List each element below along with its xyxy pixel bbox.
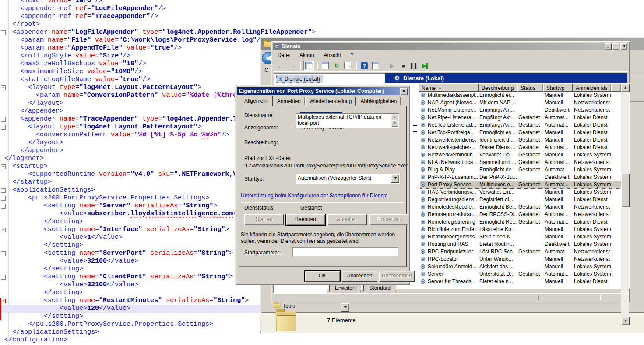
service-row[interactable]: ServerUnterstützt D...GestartetAutomat..…	[420, 270, 621, 278]
stop-button[interactable]: Beenden	[286, 214, 325, 225]
show-console-tree-button window-tree-icon[interactable]	[303, 61, 314, 71]
pause-service-button pause-icon[interactable]: ▌▌	[410, 61, 419, 70]
restart-service-button run-icon[interactable]: ▶▌	[421, 61, 431, 70]
stop-service-button stop-icon[interactable]: ■	[398, 61, 408, 70]
column-header-beschreibung[interactable]: Beschreibung	[479, 84, 517, 92]
scroll-up-button chevron-up-icon[interactable]: ▲	[621, 84, 630, 92]
cell-starttype: Manuell	[545, 152, 573, 158]
service-row[interactable]: NAP-Agent (Netwo...Mit dem NAP-...Manuel…	[420, 99, 621, 107]
new-window-button window-icon[interactable]	[371, 61, 380, 70]
fold-toggle-icon[interactable]: −	[1, 30, 6, 35]
fold-toggle-icon[interactable]: −	[1, 275, 6, 280]
service-row[interactable]: Routing und RASBietet Routin...Deaktivie…	[420, 241, 621, 248]
cancel-button[interactable]: Abbrechen	[342, 271, 377, 282]
fold-toggle-icon[interactable]: −	[1, 299, 6, 303]
service-row[interactable]: NetzwerklistendienstIdentifiziert d...Ge…	[420, 136, 621, 144]
apply-button[interactable]: Übernehmen	[379, 271, 415, 282]
startparameter-input[interactable]	[292, 247, 398, 257]
minimize-button[interactable]: _	[605, 43, 612, 50]
explorer-path-text: C	[264, 67, 268, 73]
service-row[interactable]: RPC-LocatorUnter Windo...ManuellNetzwerk…	[420, 256, 621, 263]
export-list-button export-icon[interactable]: →	[343, 61, 353, 70]
cell-name: Plug & Play	[428, 167, 479, 173]
combo-dropdown-button chevron-down-icon[interactable]	[391, 174, 399, 183]
service-row[interactable]: Richtlinienergebniss...Stellt einen N...…	[420, 233, 621, 241]
fold-toggle-icon[interactable]: −	[1, 251, 6, 256]
service-row[interactable]: Richtlinie zum Entfe...Lässt eine Ko...M…	[420, 226, 621, 233]
code-line: <level value="INFO"/>	[0, 0, 644, 5]
refresh-button refresh-icon[interactable]: ↻	[332, 61, 341, 70]
dialog-tab-anmelden[interactable]: Anmelden	[273, 97, 305, 106]
column-header-name[interactable]: Name	[419, 84, 479, 92]
dialog-titlebar[interactable]: Eigenschaften von Port Proxy Service (Lo…	[237, 87, 408, 95]
service-row[interactable]: Net.Tcp-Portfreiga...Ermöglicht es...Ges…	[420, 129, 621, 136]
dialog-close-button close-icon[interactable]: ✕	[400, 88, 408, 95]
cell-status: Gestartet	[518, 204, 544, 210]
dialog-tab-allgemein[interactable]: Allgemein	[239, 96, 273, 106]
dialog-tab-wiederherstellung[interactable]: Wiederherstellung	[305, 97, 356, 106]
tree-item-dienste-lokal[interactable]: Dienste (Lokal)	[276, 75, 323, 83]
cell-starttype: Manuell	[545, 129, 573, 135]
dialog-tab-abhngigkeiten[interactable]: Abhängigkeiten	[356, 97, 401, 106]
menu-item-ansicht[interactable]: Ansicht	[324, 52, 341, 58]
menu-item-aktion[interactable]: Aktion	[299, 52, 314, 58]
fold-toggle-icon[interactable]: −	[1, 204, 6, 209]
properties-button document-icon[interactable]	[320, 61, 330, 70]
service-row[interactable]: Registrierungsdiens...Registriert di...M…	[420, 196, 621, 203]
list-tab-erweitert[interactable]: Erweitert	[329, 285, 361, 292]
scroll-down-button chevron-down-icon[interactable]: ▼	[621, 317, 630, 325]
services-titlebar[interactable]: Dienste _ □ ✕	[273, 43, 628, 50]
service-row[interactable]: NLA (Network Loca...Sammelt und ...Gesta…	[420, 159, 621, 166]
service-row[interactable]: PnP-X-IP-Busenum...Der PnP-X-Bu...Deakti…	[420, 174, 621, 181]
startup-options-link[interactable]: Unterstützung beim Konfigurieren der Sta…	[241, 192, 388, 199]
display-name-label: Anzeigename:	[244, 124, 278, 131]
scrollbar-thumb[interactable]	[621, 174, 630, 207]
fold-toggle-icon[interactable]: −	[1, 117, 6, 122]
fold-toggle-icon[interactable]: −	[1, 125, 6, 130]
back-toolbar-button arrow-left-icon[interactable]: ←	[276, 61, 285, 70]
resume-button[interactable]: Fortsetzen	[369, 214, 408, 225]
service-row[interactable]: Net.Tcp-Listenerad...Empfängt Akt...Gest…	[420, 121, 621, 129]
service-row[interactable]: Remoteprozedurau...Der RPCSS-Di...Gestar…	[420, 211, 621, 218]
service-row[interactable]: RAS-Verbindungsv...Verwaltet Ein...Manue…	[420, 189, 621, 196]
cell-starttype: Deaktiviert	[545, 107, 573, 113]
gear-icon	[421, 235, 425, 239]
fold-toggle-icon[interactable]: −	[1, 188, 6, 193]
service-row[interactable]: Net.Msmq-Listener...Empfängt Akt...Deakt…	[420, 107, 621, 114]
service-row[interactable]: Sekundäre Anmeld...Aktiviert das ...Manu…	[420, 263, 621, 270]
help-button help-icon[interactable]: ?	[359, 61, 369, 70]
service-row-selected[interactable]: Port Proxy ServiceMultiplexes e...Gestar…	[420, 181, 621, 189]
description-textbox[interactable]: Multiplexes external TCP/IP data on loca…	[296, 113, 399, 128]
service-row[interactable]: RemoteregistrierungErmöglicht Re...Gesta…	[420, 218, 621, 226]
menu-item-[interactable]: ?	[351, 52, 354, 58]
service-row[interactable]: Plug & PlayErmöglicht de...GestartetAuto…	[420, 166, 621, 174]
list-tab-standard[interactable]: Standard	[363, 285, 396, 292]
service-row[interactable]: Net.Pipe-Listenera...Empfängt Akt...Gest…	[420, 114, 621, 121]
start-button[interactable]: Starten	[244, 214, 284, 225]
service-row[interactable]: Netzwerkspeicher-...Dieser Dienst...Gest…	[420, 144, 621, 151]
pause-button[interactable]: Anhalten	[327, 214, 367, 225]
starttype-combobox[interactable]: Automatisch (Verzögerter Start)	[296, 174, 400, 184]
service-row[interactable]: Multimediaklassenpl...Ermöglicht ei...Ma…	[420, 92, 621, 99]
service-row[interactable]: RPC-Endpunktzuor...Löst RPC-Sch...Gestar…	[420, 248, 621, 256]
column-header-status[interactable]: Status	[517, 84, 543, 92]
close-button[interactable]: ✕	[620, 43, 627, 50]
forward-toolbar-button arrow-right-icon[interactable]: →	[287, 61, 297, 70]
service-row[interactable]: Netzwerkverbindun...Verwaltet Ob...Gesta…	[420, 151, 621, 159]
fold-toggle-icon[interactable]: −	[1, 85, 6, 90]
explorer-dropdown-button[interactable]	[341, 303, 349, 312]
maximize-button[interactable]: □	[612, 43, 619, 50]
fold-toggle-icon[interactable]: −	[1, 196, 6, 201]
fold-toggle-icon[interactable]: −	[1, 164, 6, 169]
ok-button[interactable]: OK	[305, 271, 340, 282]
menu-item-datei[interactable]: Datei	[278, 52, 290, 58]
service-status-value: Gestartet	[300, 205, 322, 211]
service-row[interactable]: Remotedesktopdie...Ermöglicht Be...Gesta…	[420, 203, 621, 211]
column-header-anmeldenals[interactable]: Anmelden als	[573, 84, 611, 92]
gear-icon	[421, 115, 425, 120]
fold-toggle-icon[interactable]: −	[1, 228, 6, 232]
column-header-starttyp[interactable]: Starttyp	[543, 84, 573, 92]
cell-description: Multiplexes e...	[479, 181, 517, 188]
start-service-button play-icon[interactable]: ▶	[387, 61, 397, 70]
desc-scroll-down chevron-down-icon[interactable]: ▼	[391, 120, 398, 127]
